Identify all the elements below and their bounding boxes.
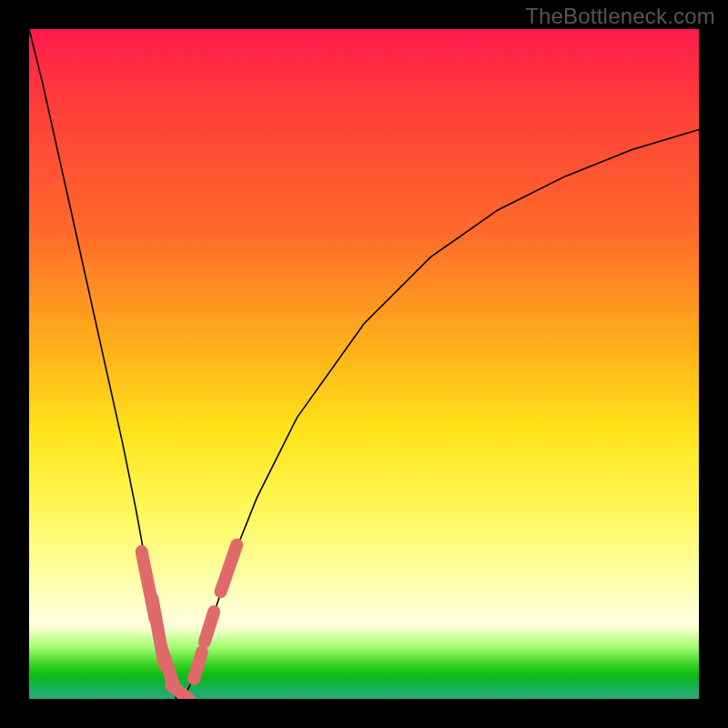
marker-group: [142, 545, 238, 699]
marker-segment: [194, 652, 202, 679]
chart-frame: TheBottleneck.com: [0, 0, 728, 728]
marker-segment: [142, 551, 156, 619]
marker-segment: [162, 649, 174, 686]
watermark-text: TheBottleneck.com: [525, 4, 715, 29]
marker-segment: [205, 612, 214, 642]
marker-segment: [152, 599, 164, 666]
marker-segment: [221, 545, 238, 592]
marker-segment: [171, 685, 188, 699]
plot-area: [29, 29, 699, 699]
bottleneck-curve: [29, 29, 699, 699]
chart-svg: [29, 29, 699, 699]
